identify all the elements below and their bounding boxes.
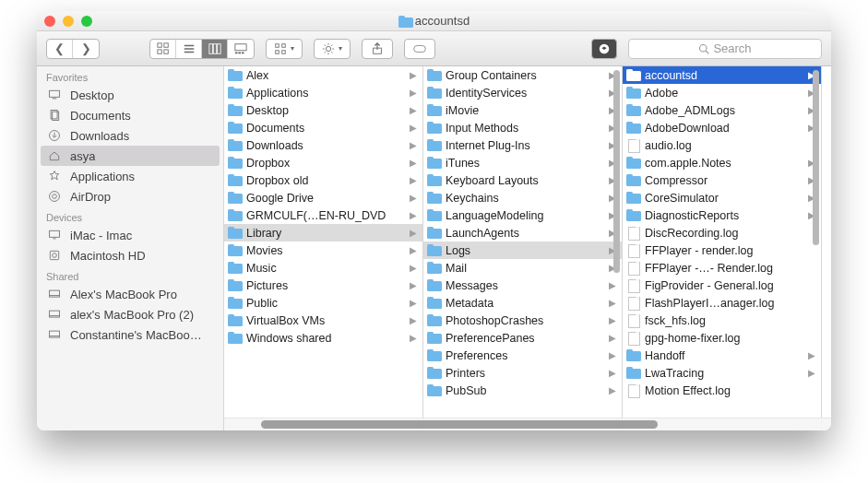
share-button[interactable] [362,39,393,59]
file-row[interactable]: PhotoshopCrashes▶ [423,312,622,329]
file-row[interactable]: Keyboard Layouts▶ [423,171,622,189]
file-row[interactable]: VirtualBox VMs▶ [224,312,422,329]
file-row[interactable]: Compressor▶ [623,171,821,189]
svg-point-30 [53,194,57,199]
file-row[interactable]: FFPlayer -…- Render.log [623,259,821,277]
file-row[interactable]: Pictures▶ [224,277,422,294]
file-row[interactable]: Alex▶ [224,66,422,84]
file-row[interactable]: gpg-home-fixer.log [623,329,821,347]
file-row[interactable]: Preferences▶ [423,347,622,364]
column-0[interactable]: Alex▶Applications▶Desktop▶Documents▶Down… [224,66,423,430]
file-row[interactable]: Group Containers▶ [423,66,622,84]
zoom-button[interactable] [81,16,92,27]
file-row[interactable]: Internet Plug-Ins▶ [423,136,622,154]
sidebar-item-constantine-s-macboo-[interactable]: Constantine's MacBoo… [37,324,223,345]
view-list-button[interactable] [176,40,202,58]
file-row[interactable]: Windows shared▶ [224,329,422,347]
view-icons-button[interactable] [150,40,176,58]
svg-line-23 [707,51,709,53]
file-row[interactable]: PubSub▶ [423,382,622,399]
view-columns-button[interactable] [202,40,228,58]
file-row[interactable]: Desktop▶ [224,101,422,119]
file-row[interactable]: Google Drive▶ [224,189,422,206]
sidebar-item-macintosh-hd[interactable]: Macintosh HD [37,245,223,265]
file-row[interactable]: iTunes▶ [423,154,622,171]
file-row[interactable]: Adobe▶ [623,84,821,101]
file-row[interactable]: accountsd▶ [623,66,821,84]
sidebar-item-label: AirDrop [70,190,111,204]
file-row[interactable]: iMovie▶ [423,101,622,119]
file-row[interactable]: Metadata▶ [423,294,622,312]
file-row[interactable]: FigProvider - General.log [623,277,821,294]
svg-rect-13 [242,52,244,53]
file-row[interactable]: Dropbox old▶ [224,171,422,189]
column-2[interactable]: accountsd▶Adobe▶Adobe_ADMLogs▶AdobeDownl… [623,66,822,430]
file-row[interactable]: Adobe_ADMLogs▶ [623,101,821,119]
horizontal-scrollbar[interactable] [224,418,831,430]
titlebar[interactable]: accountsd [37,11,831,31]
action-menu[interactable]: ▾ [314,39,351,59]
file-row[interactable]: Library▶ [224,224,422,242]
column-1[interactable]: Group Containers▶IdentityServices▶iMovie… [423,66,623,430]
close-button[interactable] [44,16,55,27]
file-row[interactable]: Movies▶ [224,242,422,259]
arrange-menu[interactable]: ▾ [266,39,303,59]
file-row[interactable]: FFPlayer - render.log [623,242,821,259]
dropbox-badge-button[interactable] [591,39,617,59]
file-row[interactable]: CoreSimulator▶ [623,189,821,206]
sidebar-section-header: Shared [37,265,223,284]
file-row[interactable]: Keychains▶ [423,189,622,206]
file-row[interactable]: FlashPlayerI…anager.log [623,294,821,312]
file-row[interactable]: Applications▶ [224,84,422,101]
sidebar-item-airdrop[interactable]: AirDrop [37,186,223,206]
vertical-scrollbar-thumb[interactable] [613,70,620,273]
sidebar-item-imac-imac[interactable]: iMac - Imac [37,225,223,245]
sidebar-item-documents[interactable]: Documents [37,105,223,125]
scrollbar-thumb[interactable] [261,420,658,429]
file-row[interactable]: AdobeDownload▶ [623,119,821,136]
sidebar-item-desktop[interactable]: Desktop [37,85,223,105]
folder-icon [626,192,641,204]
file-row[interactable]: Motion Effect.log [623,382,821,399]
file-row[interactable]: DiscRecording.log [623,224,821,242]
folder-icon [228,122,243,134]
file-row[interactable]: Documents▶ [224,119,422,136]
file-row-label: Printers [446,367,605,380]
file-row[interactable]: LaunchAgents▶ [423,224,622,242]
sidebar-item-asya[interactable]: asya [41,146,220,166]
file-row[interactable]: Mail▶ [423,259,622,277]
file-row[interactable]: Input Methods▶ [423,119,622,136]
sidebar-item-alex-s-macbook-pro-2-[interactable]: alex's MacBook Pro (2) [37,304,223,324]
file-row[interactable]: IdentityServices▶ [423,84,622,101]
tags-button[interactable] [404,39,435,59]
search-field[interactable]: Search [628,39,822,59]
sidebar-item-alex-s-macbook-pro[interactable]: Alex's MacBook Pro [37,284,223,304]
file-row[interactable]: Logs▶ [423,242,622,259]
file-row[interactable]: Printers▶ [423,364,622,382]
file-row[interactable]: Dropbox▶ [224,154,422,171]
file-row[interactable]: LwaTracing▶ [623,364,821,382]
minimize-button[interactable] [63,16,74,27]
folder-icon [228,209,243,221]
file-row[interactable]: Messages▶ [423,277,622,294]
file-row[interactable]: DiagnosticReports▶ [623,206,821,224]
view-gallery-button[interactable] [228,40,254,58]
sidebar-item-applications[interactable]: Applications [37,166,223,186]
forward-button[interactable]: ❯ [73,40,99,58]
file-row[interactable]: Downloads▶ [224,136,422,154]
file-row[interactable]: Public▶ [224,294,422,312]
sidebar[interactable]: FavoritesDesktopDocumentsDownloadsasyaAp… [37,66,224,430]
file-row[interactable]: com.apple.Notes▶ [623,154,821,171]
sidebar-item-downloads[interactable]: Downloads [37,125,223,146]
file-row[interactable]: Handoff▶ [623,347,821,364]
file-row[interactable]: PreferencePanes▶ [423,329,622,347]
vertical-scrollbar-thumb[interactable] [813,70,819,245]
file-row[interactable]: Music▶ [224,259,422,277]
svg-rect-34 [50,290,60,297]
back-button[interactable]: ❮ [47,40,73,58]
file-row-label: Downloads [246,139,406,152]
file-row[interactable]: audio.log [623,136,821,154]
file-row[interactable]: fsck_hfs.log [623,312,821,329]
file-row[interactable]: GRMCULF(…EN-RU_DVD▶ [224,206,422,224]
file-row[interactable]: LanguageModeling▶ [423,206,622,224]
